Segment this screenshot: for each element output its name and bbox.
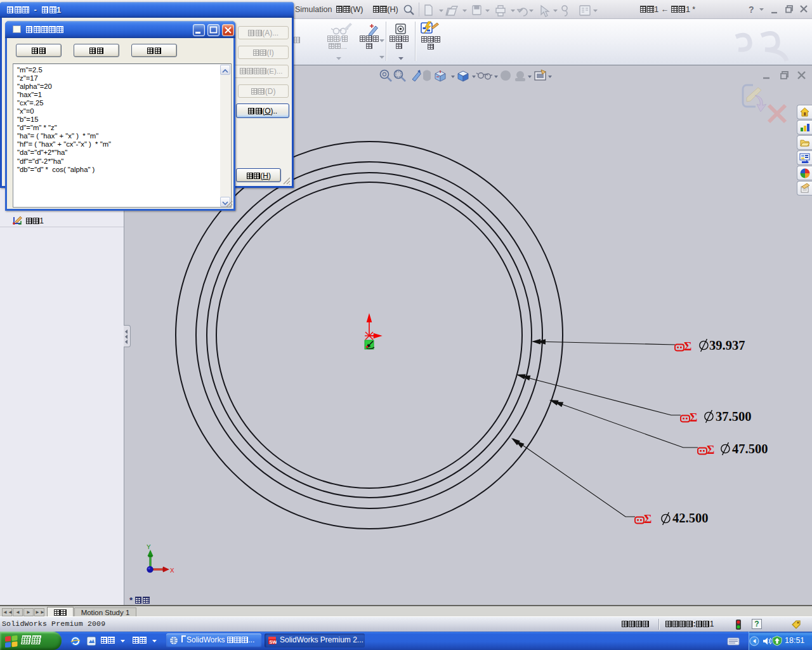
svg-text:42.500: 42.500 [672,511,708,525]
svg-text:37.500: 37.500 [716,409,751,423]
svg-text:39.937: 39.937 [709,338,745,352]
svg-text:47.500: 47.500 [732,442,768,456]
svg-text:X: X [170,567,174,574]
svg-text:Y: Y [147,543,151,551]
svg-text:*: * [129,595,133,605]
svg-text:Σ: Σ [684,340,691,353]
